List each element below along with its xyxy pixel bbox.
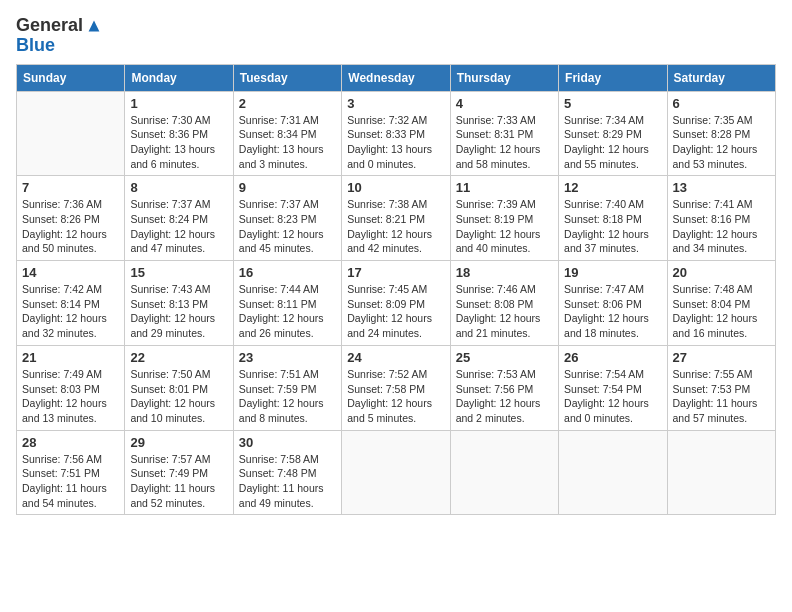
calendar-week-4: 21Sunrise: 7:49 AMSunset: 8:03 PMDayligh…	[17, 345, 776, 430]
calendar-cell	[450, 430, 558, 515]
calendar-cell: 1Sunrise: 7:30 AMSunset: 8:36 PMDaylight…	[125, 91, 233, 176]
day-number: 21	[22, 350, 119, 365]
page-header: GeneralBlue	[16, 16, 776, 56]
calendar-cell: 27Sunrise: 7:55 AMSunset: 7:53 PMDayligh…	[667, 345, 775, 430]
day-info: Sunrise: 7:37 AMSunset: 8:23 PMDaylight:…	[239, 197, 336, 256]
day-info: Sunrise: 7:51 AMSunset: 7:59 PMDaylight:…	[239, 367, 336, 426]
calendar-cell: 16Sunrise: 7:44 AMSunset: 8:11 PMDayligh…	[233, 261, 341, 346]
day-number: 29	[130, 435, 227, 450]
svg-marker-0	[89, 21, 100, 32]
weekday-header-thursday: Thursday	[450, 64, 558, 91]
day-number: 16	[239, 265, 336, 280]
calendar-cell: 6Sunrise: 7:35 AMSunset: 8:28 PMDaylight…	[667, 91, 775, 176]
weekday-header-monday: Monday	[125, 64, 233, 91]
calendar-cell: 10Sunrise: 7:38 AMSunset: 8:21 PMDayligh…	[342, 176, 450, 261]
day-info: Sunrise: 7:50 AMSunset: 8:01 PMDaylight:…	[130, 367, 227, 426]
day-number: 8	[130, 180, 227, 195]
day-info: Sunrise: 7:45 AMSunset: 8:09 PMDaylight:…	[347, 282, 444, 341]
calendar-cell: 22Sunrise: 7:50 AMSunset: 8:01 PMDayligh…	[125, 345, 233, 430]
day-number: 15	[130, 265, 227, 280]
weekday-header-friday: Friday	[559, 64, 667, 91]
weekday-header-sunday: Sunday	[17, 64, 125, 91]
calendar-cell: 11Sunrise: 7:39 AMSunset: 8:19 PMDayligh…	[450, 176, 558, 261]
day-info: Sunrise: 7:36 AMSunset: 8:26 PMDaylight:…	[22, 197, 119, 256]
day-info: Sunrise: 7:58 AMSunset: 7:48 PMDaylight:…	[239, 452, 336, 511]
day-number: 17	[347, 265, 444, 280]
day-info: Sunrise: 7:48 AMSunset: 8:04 PMDaylight:…	[673, 282, 770, 341]
day-info: Sunrise: 7:38 AMSunset: 8:21 PMDaylight:…	[347, 197, 444, 256]
day-number: 13	[673, 180, 770, 195]
day-info: Sunrise: 7:57 AMSunset: 7:49 PMDaylight:…	[130, 452, 227, 511]
calendar-cell: 30Sunrise: 7:58 AMSunset: 7:48 PMDayligh…	[233, 430, 341, 515]
day-number: 11	[456, 180, 553, 195]
calendar-cell: 21Sunrise: 7:49 AMSunset: 8:03 PMDayligh…	[17, 345, 125, 430]
day-number: 24	[347, 350, 444, 365]
day-info: Sunrise: 7:56 AMSunset: 7:51 PMDaylight:…	[22, 452, 119, 511]
day-number: 7	[22, 180, 119, 195]
calendar-cell: 9Sunrise: 7:37 AMSunset: 8:23 PMDaylight…	[233, 176, 341, 261]
calendar-cell	[342, 430, 450, 515]
weekday-header-wednesday: Wednesday	[342, 64, 450, 91]
day-info: Sunrise: 7:53 AMSunset: 7:56 PMDaylight:…	[456, 367, 553, 426]
calendar-cell: 5Sunrise: 7:34 AMSunset: 8:29 PMDaylight…	[559, 91, 667, 176]
calendar-cell: 24Sunrise: 7:52 AMSunset: 7:58 PMDayligh…	[342, 345, 450, 430]
calendar-cell: 29Sunrise: 7:57 AMSunset: 7:49 PMDayligh…	[125, 430, 233, 515]
day-number: 19	[564, 265, 661, 280]
calendar-cell: 8Sunrise: 7:37 AMSunset: 8:24 PMDaylight…	[125, 176, 233, 261]
day-info: Sunrise: 7:42 AMSunset: 8:14 PMDaylight:…	[22, 282, 119, 341]
weekday-header-tuesday: Tuesday	[233, 64, 341, 91]
calendar-cell: 14Sunrise: 7:42 AMSunset: 8:14 PMDayligh…	[17, 261, 125, 346]
day-number: 27	[673, 350, 770, 365]
calendar-cell: 23Sunrise: 7:51 AMSunset: 7:59 PMDayligh…	[233, 345, 341, 430]
day-number: 22	[130, 350, 227, 365]
logo-triangle-icon	[85, 17, 103, 35]
day-number: 4	[456, 96, 553, 111]
calendar-week-5: 28Sunrise: 7:56 AMSunset: 7:51 PMDayligh…	[17, 430, 776, 515]
day-number: 3	[347, 96, 444, 111]
calendar-cell: 7Sunrise: 7:36 AMSunset: 8:26 PMDaylight…	[17, 176, 125, 261]
calendar-cell: 13Sunrise: 7:41 AMSunset: 8:16 PMDayligh…	[667, 176, 775, 261]
calendar-cell: 19Sunrise: 7:47 AMSunset: 8:06 PMDayligh…	[559, 261, 667, 346]
day-info: Sunrise: 7:34 AMSunset: 8:29 PMDaylight:…	[564, 113, 661, 172]
day-number: 28	[22, 435, 119, 450]
day-info: Sunrise: 7:39 AMSunset: 8:19 PMDaylight:…	[456, 197, 553, 256]
calendar-cell: 26Sunrise: 7:54 AMSunset: 7:54 PMDayligh…	[559, 345, 667, 430]
day-info: Sunrise: 7:52 AMSunset: 7:58 PMDaylight:…	[347, 367, 444, 426]
day-number: 6	[673, 96, 770, 111]
day-info: Sunrise: 7:31 AMSunset: 8:34 PMDaylight:…	[239, 113, 336, 172]
day-info: Sunrise: 7:35 AMSunset: 8:28 PMDaylight:…	[673, 113, 770, 172]
day-info: Sunrise: 7:30 AMSunset: 8:36 PMDaylight:…	[130, 113, 227, 172]
calendar-cell: 3Sunrise: 7:32 AMSunset: 8:33 PMDaylight…	[342, 91, 450, 176]
day-number: 14	[22, 265, 119, 280]
calendar-cell: 17Sunrise: 7:45 AMSunset: 8:09 PMDayligh…	[342, 261, 450, 346]
calendar-week-2: 7Sunrise: 7:36 AMSunset: 8:26 PMDaylight…	[17, 176, 776, 261]
day-info: Sunrise: 7:43 AMSunset: 8:13 PMDaylight:…	[130, 282, 227, 341]
day-number: 20	[673, 265, 770, 280]
calendar-week-3: 14Sunrise: 7:42 AMSunset: 8:14 PMDayligh…	[17, 261, 776, 346]
calendar-cell	[667, 430, 775, 515]
calendar-cell: 28Sunrise: 7:56 AMSunset: 7:51 PMDayligh…	[17, 430, 125, 515]
day-number: 26	[564, 350, 661, 365]
calendar-table: SundayMondayTuesdayWednesdayThursdayFrid…	[16, 64, 776, 516]
day-info: Sunrise: 7:40 AMSunset: 8:18 PMDaylight:…	[564, 197, 661, 256]
calendar-cell: 4Sunrise: 7:33 AMSunset: 8:31 PMDaylight…	[450, 91, 558, 176]
calendar-header-row: SundayMondayTuesdayWednesdayThursdayFrid…	[17, 64, 776, 91]
calendar-cell: 18Sunrise: 7:46 AMSunset: 8:08 PMDayligh…	[450, 261, 558, 346]
day-info: Sunrise: 7:37 AMSunset: 8:24 PMDaylight:…	[130, 197, 227, 256]
calendar-cell	[17, 91, 125, 176]
day-info: Sunrise: 7:49 AMSunset: 8:03 PMDaylight:…	[22, 367, 119, 426]
calendar-cell: 15Sunrise: 7:43 AMSunset: 8:13 PMDayligh…	[125, 261, 233, 346]
calendar-week-1: 1Sunrise: 7:30 AMSunset: 8:36 PMDaylight…	[17, 91, 776, 176]
day-number: 30	[239, 435, 336, 450]
day-info: Sunrise: 7:55 AMSunset: 7:53 PMDaylight:…	[673, 367, 770, 426]
day-number: 10	[347, 180, 444, 195]
day-info: Sunrise: 7:47 AMSunset: 8:06 PMDaylight:…	[564, 282, 661, 341]
calendar-cell: 20Sunrise: 7:48 AMSunset: 8:04 PMDayligh…	[667, 261, 775, 346]
day-info: Sunrise: 7:46 AMSunset: 8:08 PMDaylight:…	[456, 282, 553, 341]
day-info: Sunrise: 7:44 AMSunset: 8:11 PMDaylight:…	[239, 282, 336, 341]
logo: GeneralBlue	[16, 16, 103, 56]
calendar-cell: 12Sunrise: 7:40 AMSunset: 8:18 PMDayligh…	[559, 176, 667, 261]
logo-general: General	[16, 15, 83, 35]
calendar-cell: 25Sunrise: 7:53 AMSunset: 7:56 PMDayligh…	[450, 345, 558, 430]
calendar-cell: 2Sunrise: 7:31 AMSunset: 8:34 PMDaylight…	[233, 91, 341, 176]
